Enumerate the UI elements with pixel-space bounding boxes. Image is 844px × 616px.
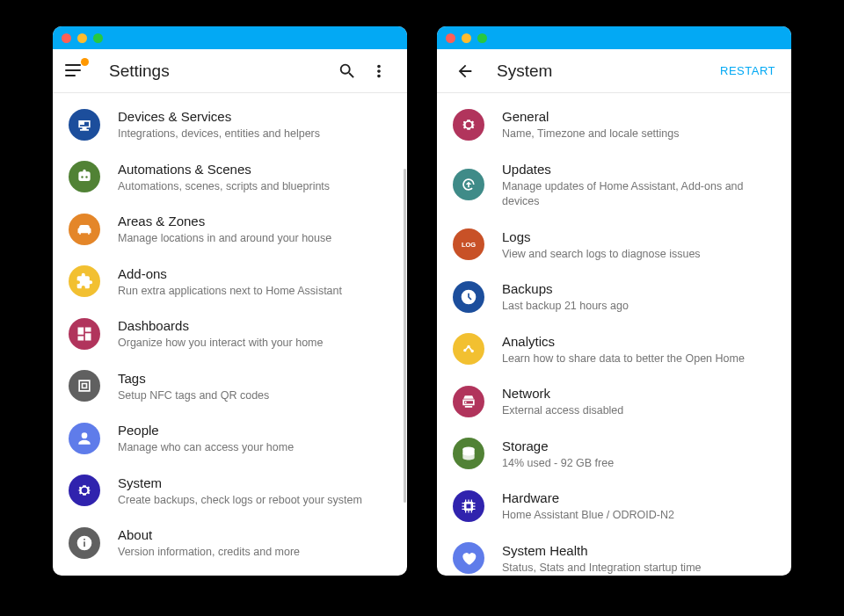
minimize-dot[interactable] <box>462 33 471 43</box>
system-item-chip[interactable]: HardwareHome Assistant Blue / ODROID-N2 <box>437 480 791 533</box>
item-text: NetworkExternal access disabled <box>502 384 775 419</box>
search-button[interactable] <box>331 55 363 87</box>
item-title: Storage <box>502 437 775 455</box>
backup-icon <box>453 281 484 313</box>
system-item-log[interactable]: LogsView and search logs to diagnose iss… <box>437 219 791 272</box>
settings-item-info[interactable]: AboutVersion information, credits and mo… <box>53 517 407 569</box>
item-text: Automations & ScenesAutomations, scenes,… <box>118 160 391 195</box>
system-window: System RESTART GeneralName, Timezone and… <box>437 26 791 576</box>
item-subtitle: Organize how you interact with your home <box>118 336 391 351</box>
item-subtitle: Last backup 21 hours ago <box>502 299 775 315</box>
menu-button[interactable] <box>65 61 86 82</box>
item-title: Add-ons <box>118 265 391 283</box>
system-item-network[interactable]: NetworkExternal access disabled <box>437 375 791 428</box>
item-text: Storage14% used - 92 GB free <box>502 437 775 472</box>
system-item-storage[interactable]: Storage14% used - 92 GB free <box>437 428 791 481</box>
item-subtitle: Name, Timezone and locale settings <box>502 127 775 142</box>
maximize-dot[interactable] <box>93 33 103 43</box>
close-dot[interactable] <box>446 33 455 43</box>
devices-icon <box>69 109 100 141</box>
settings-item-person[interactable]: PeopleManage who can access your home <box>53 412 407 465</box>
item-subtitle: Manage who can access your home <box>118 440 391 456</box>
settings-item-sofa[interactable]: Areas & ZonesManage locations in and aro… <box>53 203 407 256</box>
cog-icon <box>69 475 100 506</box>
settings-item-nfc[interactable]: TagsSetup NFC tags and QR codes <box>53 360 407 413</box>
page-title: Settings <box>109 62 170 81</box>
item-text: BackupsLast backup 21 hours ago <box>502 279 775 315</box>
item-subtitle: Status, Stats and Integration startup ti… <box>502 561 775 576</box>
log-icon <box>453 228 484 260</box>
more-vert-icon <box>369 62 389 81</box>
system-item-analytics[interactable]: AnalyticsLearn how to share data to bett… <box>437 323 791 376</box>
item-title: Hardware <box>502 489 775 507</box>
window-titlebar <box>437 26 791 49</box>
system-list: GeneralName, Timezone and locale setting… <box>437 93 791 576</box>
item-title: General <box>502 107 775 126</box>
item-text: UpdatesManage updates of Home Assistant,… <box>502 160 775 210</box>
settings-item-robot[interactable]: Automations & ScenesAutomations, scenes,… <box>53 151 407 204</box>
item-text: AboutVersion information, credits and mo… <box>118 525 391 561</box>
minimize-dot[interactable] <box>77 33 87 43</box>
item-subtitle: Manage locations in and around your hous… <box>118 231 391 247</box>
settings-item-dashboard[interactable]: DashboardsOrganize how you interact with… <box>53 308 407 360</box>
item-text: System HealthStatus, Stats and Integrati… <box>502 541 775 576</box>
item-subtitle: 14% used - 92 GB free <box>502 456 775 472</box>
system-item-cog[interactable]: GeneralName, Timezone and locale setting… <box>437 98 791 151</box>
item-text: TagsSetup NFC tags and QR codes <box>118 369 391 404</box>
maximize-dot[interactable] <box>477 33 487 43</box>
item-title: Analytics <box>502 332 775 351</box>
item-title: Updates <box>502 160 775 178</box>
item-title: Devices & Services <box>118 107 391 126</box>
system-item-backup[interactable]: BackupsLast backup 21 hours ago <box>437 271 791 323</box>
item-subtitle: Learn how to share data to better the Op… <box>502 351 775 367</box>
item-title: Areas & Zones <box>118 212 391 230</box>
more-button[interactable] <box>363 55 395 87</box>
person-icon <box>69 423 100 454</box>
item-title: People <box>118 421 391 439</box>
nfc-icon <box>69 370 100 402</box>
settings-item-devices[interactable]: Devices & ServicesIntegrations, devices,… <box>53 98 407 151</box>
system-header: System RESTART <box>437 49 791 93</box>
item-text: DashboardsOrganize how you interact with… <box>118 316 391 351</box>
cog-icon <box>453 109 484 141</box>
item-subtitle: External access disabled <box>502 403 775 419</box>
page-title: System <box>497 62 552 81</box>
item-subtitle: Version information, credits and more <box>118 545 391 561</box>
back-button[interactable] <box>449 55 481 87</box>
item-title: Backups <box>502 279 775 298</box>
item-title: Tags <box>118 369 391 388</box>
item-text: LogsView and search logs to diagnose iss… <box>502 228 775 263</box>
settings-list: Devices & ServicesIntegrations, devices,… <box>53 93 407 576</box>
item-title: Logs <box>502 228 775 246</box>
item-title: Network <box>502 384 775 402</box>
item-text: Areas & ZonesManage locations in and aro… <box>118 212 391 247</box>
chip-icon <box>453 490 484 522</box>
notification-dot-icon <box>81 58 89 66</box>
storage-icon <box>453 438 484 469</box>
item-title: Automations & Scenes <box>118 160 391 178</box>
settings-window: Settings Devices & ServicesIntegrations,… <box>53 26 407 576</box>
system-item-update[interactable]: UpdatesManage updates of Home Assistant,… <box>437 151 791 219</box>
arrow-back-icon <box>455 62 475 81</box>
search-icon <box>338 62 357 81</box>
restart-button[interactable]: RESTART <box>717 64 779 77</box>
item-text: Devices & ServicesIntegrations, devices,… <box>118 107 391 142</box>
item-text: Add-onsRun extra applications next to Ho… <box>118 265 391 300</box>
item-text: AnalyticsLearn how to share data to bett… <box>502 332 775 367</box>
sofa-icon <box>69 214 100 245</box>
settings-item-cog[interactable]: SystemCreate backups, check logs or rebo… <box>53 465 407 518</box>
item-text: GeneralName, Timezone and locale setting… <box>502 107 775 142</box>
close-dot[interactable] <box>62 33 71 43</box>
item-subtitle: Create backups, check logs or reboot you… <box>118 493 391 509</box>
window-titlebar <box>53 26 407 49</box>
system-item-heart[interactable]: System HealthStatus, Stats and Integrati… <box>437 533 791 576</box>
item-title: System Health <box>502 541 775 560</box>
settings-item-puzzle[interactable]: Add-onsRun extra applications next to Ho… <box>53 256 407 308</box>
item-subtitle: Manage updates of Home Assistant, Add-on… <box>502 179 775 210</box>
scrollbar-thumb[interactable] <box>404 169 406 503</box>
info-icon <box>69 527 100 559</box>
item-title: About <box>118 525 391 544</box>
dashboard-icon <box>69 318 100 350</box>
item-subtitle: Setup NFC tags and QR codes <box>118 388 391 404</box>
item-subtitle: Run extra applications next to Home Assi… <box>118 284 391 300</box>
